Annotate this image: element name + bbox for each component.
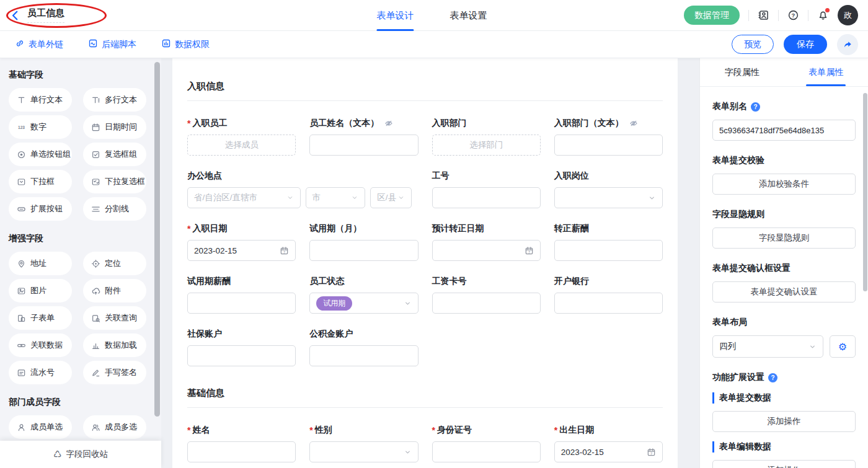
form-alias-input[interactable] (712, 120, 856, 141)
contacts-icon[interactable] (758, 9, 769, 21)
notification-bell-icon[interactable] (817, 9, 829, 21)
sidebar-item[interactable]: 关联数据 (9, 333, 72, 357)
sidebar-item[interactable]: 图片 (9, 279, 72, 302)
top-tab-1[interactable]: 表单设置 (450, 0, 487, 31)
form-field[interactable]: 试用期薪酬 (187, 276, 296, 314)
form-field[interactable]: 试用期（月） (309, 223, 418, 261)
sidebar-item[interactable]: 手写签名 (83, 361, 146, 384)
text-input-field[interactable] (554, 240, 663, 261)
save-button[interactable]: 保存 (784, 35, 827, 54)
text-input-field[interactable] (187, 293, 296, 314)
status-select-field[interactable]: 试用期 (309, 293, 418, 314)
sidebar-item[interactable]: 下拉框 (9, 170, 72, 193)
sidebar-item-label: 成员多选 (105, 422, 137, 433)
sidebar-item[interactable]: 单行文本 (9, 88, 72, 112)
form-field[interactable]: *姓名 (187, 425, 296, 462)
sidebar-item-label: 日期时间 (105, 121, 137, 133)
select-field[interactable] (554, 187, 663, 208)
form-field[interactable]: 入职部门选择部门 (432, 118, 541, 156)
address-select[interactable]: 省/自治区/直辖市 (187, 187, 301, 208)
sidebar-item[interactable]: 数据加载 (83, 333, 146, 357)
text-input-field[interactable] (432, 187, 541, 208)
sidebar-item[interactable]: 分割线 (83, 197, 146, 221)
member-picker-field[interactable]: 选择成员 (187, 135, 296, 156)
panel-scrollbar[interactable] (863, 93, 867, 291)
sidebar-item[interactable]: 单选按钮组 (9, 143, 72, 166)
sidebar-item[interactable]: 扩展按钮 (9, 197, 72, 221)
text-input-field[interactable] (309, 345, 418, 366)
panel-action-button[interactable]: 字段显隐规则 (712, 227, 856, 249)
date-input-field[interactable]: 7 (432, 240, 541, 261)
member-picker-field[interactable]: 选择部门 (432, 135, 541, 156)
layout-select[interactable]: 四列 (712, 335, 823, 358)
toolbar-link-2[interactable]: 数据权限 (161, 38, 210, 50)
text-input-field[interactable] (309, 135, 418, 156)
form-field[interactable]: 公积金账户 (309, 329, 418, 366)
top-header: 员工信息 表单设计表单设置 数据管理 ? 政 (0, 0, 868, 31)
panel-action-button[interactable]: 添加操作 (712, 460, 856, 468)
sidebar-scrollbar[interactable] (154, 62, 160, 417)
text-input-field[interactable] (187, 441, 296, 462)
sidebar-item[interactable]: 地址 (9, 252, 72, 275)
sidebar-item[interactable]: 多行文本 (83, 88, 146, 112)
data-manage-button[interactable]: 数据管理 (684, 6, 740, 25)
text-input-field[interactable] (432, 441, 541, 462)
sidebar-item[interactable]: 复选框组 (83, 143, 146, 166)
share-button[interactable] (837, 34, 858, 55)
sidebar-item[interactable]: 123数字 (9, 115, 72, 139)
text-input-field[interactable] (554, 293, 663, 314)
panel-tab-0[interactable]: 字段属性 (700, 58, 784, 86)
select-field[interactable] (309, 441, 418, 462)
form-field[interactable]: *出生日期2023-02-157 (554, 425, 663, 462)
help-icon[interactable]: ? (787, 9, 799, 21)
form-field[interactable]: *性别 (309, 425, 418, 462)
layout-settings-button[interactable]: ⚙ (830, 335, 856, 358)
form-field[interactable]: 员工状态试用期 (309, 276, 418, 314)
panel-action-button[interactable]: 表单提交确认设置 (712, 281, 856, 302)
form-field[interactable]: 工资卡号 (432, 276, 541, 314)
form-field[interactable]: 入职岗位 (554, 170, 663, 208)
sidebar-item[interactable]: 下拉复选框 (83, 170, 146, 193)
help-icon[interactable]: ? (768, 373, 777, 382)
sidebar-item[interactable]: 附件 (83, 279, 146, 302)
form-field[interactable]: 工号 (432, 170, 541, 208)
address-select[interactable]: 区/县 (370, 187, 412, 208)
text-input-field[interactable] (309, 240, 418, 261)
form-field[interactable]: 开户银行 (554, 276, 663, 314)
form-field[interactable]: 预计转正日期7 (432, 223, 541, 261)
sidebar-item[interactable]: 关联查询 (83, 306, 146, 330)
sidebar-item[interactable]: 子表单 (9, 306, 72, 330)
form-field[interactable]: *身份证号 (432, 425, 541, 462)
panel-action-button[interactable]: 添加校验条件 (712, 174, 856, 195)
sidebar-item[interactable]: 日期时间 (83, 115, 146, 139)
form-field[interactable]: 入职部门（文本） (554, 118, 663, 156)
form-field[interactable]: *入职员工选择成员 (187, 118, 296, 156)
sidebar-item[interactable]: 成员多选 (83, 415, 146, 439)
toolbar-link-0[interactable]: 表单外链 (15, 38, 63, 50)
avatar[interactable]: 政 (838, 5, 858, 25)
panel-tab-1[interactable]: 表单属性 (784, 58, 868, 86)
panel-group-label: 表单布局 (712, 317, 856, 328)
top-tab-0[interactable]: 表单设计 (376, 0, 414, 31)
sidebar-item[interactable]: 流水号 (9, 361, 72, 384)
date-input-field[interactable]: 2023-02-157 (554, 441, 663, 462)
form-field[interactable]: 办公地点省/自治区/直辖市市区/县 (187, 170, 418, 208)
form-field[interactable]: 员工姓名（文本） (309, 118, 418, 156)
form-field[interactable]: 转正薪酬 (554, 223, 663, 261)
help-icon[interactable]: ? (751, 102, 760, 112)
date-input-field[interactable]: 2023-02-157 (187, 240, 296, 261)
preview-button[interactable]: 预览 (732, 35, 774, 54)
panel-action-button[interactable]: 添加操作 (712, 411, 856, 432)
address-select[interactable]: 市 (306, 187, 366, 208)
sidebar-item[interactable]: 定位 (83, 252, 146, 275)
back-button[interactable] (10, 10, 21, 21)
form-field[interactable]: *入职日期2023-02-157 (187, 223, 296, 261)
text-input-field[interactable] (554, 135, 663, 156)
toolbar-link-1[interactable]: 后端脚本 (88, 38, 136, 50)
sidebar-item-label: 关联查询 (105, 312, 137, 324)
field-recycle-bin[interactable]: ♺ 字段回收站 (0, 441, 161, 468)
sidebar-item[interactable]: 成员单选 (9, 415, 72, 439)
form-field[interactable]: 社保账户 (187, 329, 296, 366)
text-input-field[interactable] (187, 345, 296, 366)
text-input-field[interactable] (432, 293, 541, 314)
